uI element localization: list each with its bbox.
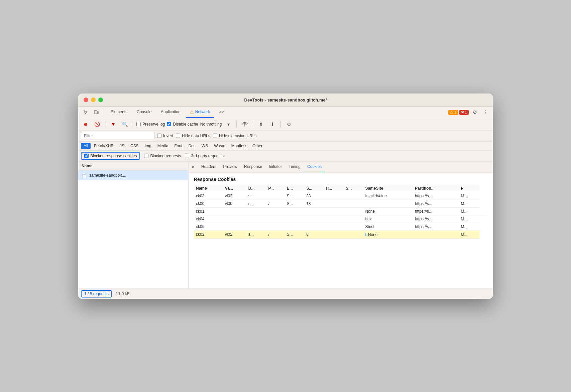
cell-h	[324, 192, 344, 200]
table-row[interactable]: ck00 vl00 s... / S... 18 https://s...	[194, 200, 487, 207]
preserve-log-checkbox[interactable]	[136, 122, 141, 126]
cell-s2	[344, 200, 363, 207]
record-icon[interactable]: ⏺	[81, 120, 90, 129]
cell-samesite	[363, 200, 413, 207]
col-h: H...	[324, 185, 344, 192]
table-row[interactable]: ck03 vl03 s... S... 33 InvalidValue http…	[194, 192, 487, 200]
table-row[interactable]: ck04 Lax https://s... M...	[194, 215, 487, 223]
wifi-icon[interactable]	[240, 120, 249, 129]
cell-partition: https://s...	[413, 192, 459, 200]
col-samesite: SameSite	[363, 185, 413, 192]
tab-console[interactable]: Console	[133, 107, 155, 118]
detail-tab-cookies[interactable]: Cookies	[304, 162, 325, 172]
type-ws[interactable]: WS	[199, 143, 211, 149]
disable-cache-checkbox[interactable]	[167, 122, 171, 126]
cell-s: 18	[304, 200, 324, 207]
blocked-cookies-label[interactable]: Blocked response cookies	[84, 154, 137, 158]
sep6	[280, 121, 281, 128]
requests-panel: Name 📄 samesite-sandbox....	[78, 162, 189, 288]
type-fetch-xhr[interactable]: Fetch/XHR	[91, 143, 116, 149]
detail-tabs: ✕ Headers Preview Response Initiator Tim…	[189, 162, 493, 173]
third-party-label[interactable]: 3rd-party requests	[185, 154, 223, 158]
cell-p	[266, 223, 284, 230]
filter-icon[interactable]: ▼	[109, 120, 118, 129]
type-css[interactable]: CSS	[128, 143, 141, 149]
throttle-dropdown-icon[interactable]: ▾	[224, 120, 233, 129]
main-tabs-row: Elements Console Application ⚠ Network >…	[78, 107, 493, 118]
type-media[interactable]: Media	[155, 143, 171, 149]
more-menu-icon[interactable]: ⋮	[481, 108, 490, 117]
type-other[interactable]: Other	[250, 143, 265, 149]
blocked-requests-label[interactable]: Blocked requests	[144, 154, 181, 158]
cell-d: s...	[246, 192, 266, 200]
sep3	[133, 121, 133, 128]
device-icon[interactable]	[92, 108, 101, 117]
preserve-log-label[interactable]: Preserve log	[136, 122, 165, 127]
upload-icon[interactable]: ⬆	[256, 120, 266, 129]
type-font[interactable]: Font	[172, 143, 185, 149]
col-s: S...	[304, 185, 324, 192]
warning-badge: ⚠ 1	[448, 110, 458, 115]
table-row[interactable]: ck05 Strict https://s... M...	[194, 223, 487, 230]
hide-data-urls-label[interactable]: Hide data URLs	[176, 134, 210, 138]
cell-s	[304, 223, 324, 230]
type-manifest[interactable]: Manifest	[229, 143, 249, 149]
cell-partition: https://s...	[413, 207, 459, 215]
type-wasm[interactable]: Wasm	[211, 143, 228, 149]
cell-e: S...	[285, 192, 304, 200]
tab-elements[interactable]: Elements	[107, 107, 131, 118]
close-button[interactable]	[84, 97, 88, 102]
cell-h	[324, 215, 344, 223]
cell-d	[246, 223, 266, 230]
third-party-checkbox[interactable]	[185, 154, 189, 158]
invert-label[interactable]: Invert	[157, 134, 173, 138]
cell-e	[285, 215, 304, 223]
search-icon[interactable]: 🔍	[120, 120, 129, 129]
cell-e: S...	[285, 200, 304, 207]
tab-application[interactable]: Application	[157, 107, 185, 118]
detail-tab-response[interactable]: Response	[241, 162, 265, 172]
type-js[interactable]: JS	[117, 143, 127, 149]
type-all[interactable]: All	[81, 143, 91, 149]
info-icon: ℹ	[365, 232, 367, 237]
settings2-icon[interactable]: ⚙	[284, 120, 294, 129]
blocked-row: Blocked response cookies Blocked request…	[78, 151, 493, 162]
tab-network[interactable]: ⚠ Network	[186, 107, 214, 118]
cell-va: vl03	[223, 192, 246, 200]
devtools-body: Elements Console Application ⚠ Network >…	[78, 107, 493, 299]
minimize-button[interactable]	[91, 97, 96, 102]
download-icon[interactable]: ⬇	[268, 120, 277, 129]
hide-extension-checkbox[interactable]	[213, 134, 217, 138]
table-row[interactable]: ck01 None https://s... M...	[194, 207, 487, 215]
filter-input[interactable]	[81, 132, 154, 140]
detail-tab-preview[interactable]: Preview	[220, 162, 241, 172]
hide-extension-label[interactable]: Hide extension URLs	[213, 134, 257, 138]
blocked-cookies-checkbox[interactable]	[84, 154, 89, 158]
detail-tab-initiator[interactable]: Initiator	[265, 162, 285, 172]
cell-p: /	[266, 200, 284, 207]
sep4	[236, 121, 237, 128]
cell-samesite: Lax	[363, 215, 413, 223]
maximize-button[interactable]	[98, 97, 103, 102]
col-s2: S...	[344, 185, 363, 192]
tooltip-cell: This attempt to set a cookie via a Set-C…	[480, 207, 487, 215]
disable-cache-label[interactable]: Disable cache	[167, 122, 198, 127]
clear-icon[interactable]: 🚫	[92, 120, 102, 129]
cursor-icon[interactable]	[81, 108, 90, 117]
close-detail-icon[interactable]: ✕	[191, 164, 195, 170]
invert-checkbox[interactable]	[157, 134, 161, 138]
cell-s2	[344, 215, 363, 223]
type-doc[interactable]: Doc	[186, 143, 198, 149]
status-size: 11.0 kE	[116, 291, 130, 296]
cell-p2: M...	[459, 192, 479, 200]
type-img[interactable]: Img	[142, 143, 154, 149]
detail-tab-timing[interactable]: Timing	[285, 162, 304, 172]
svg-rect-0	[94, 111, 97, 114]
table-row[interactable]: ck02 vl02 s... / S... 8 ℹ None M...	[194, 230, 487, 238]
request-item[interactable]: 📄 samesite-sandbox....	[78, 171, 188, 180]
settings-icon[interactable]: ⚙	[470, 108, 479, 117]
tab-more[interactable]: >>	[215, 107, 228, 118]
detail-tab-headers[interactable]: Headers	[198, 162, 220, 172]
hide-data-urls-checkbox[interactable]	[176, 134, 180, 138]
blocked-requests-checkbox[interactable]	[144, 154, 148, 158]
